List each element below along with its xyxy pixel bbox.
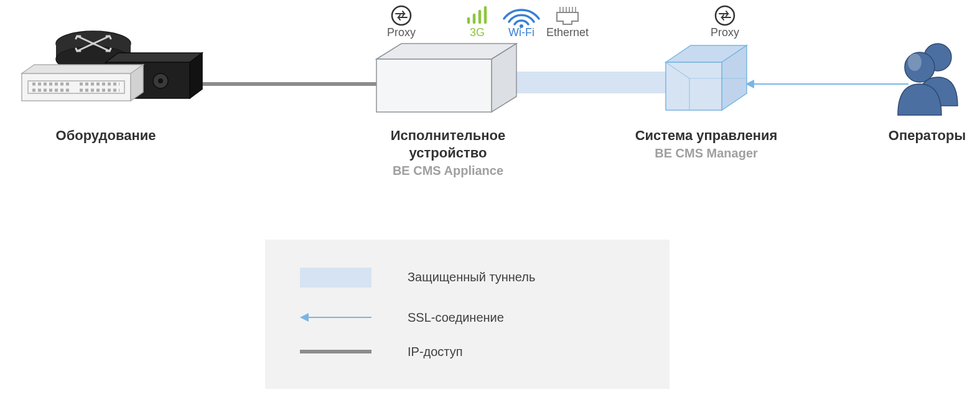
- threeg-icon: [469, 7, 485, 22]
- svg-point-33: [392, 6, 411, 25]
- proxy-right-icon: [716, 6, 734, 25]
- proxy-left-icon: [392, 6, 411, 25]
- ethernet-label: Ethernet: [546, 26, 589, 39]
- wifi-icon: [504, 10, 539, 28]
- proxy-right-label: Proxy: [711, 26, 739, 39]
- legend-ssl-label: SSL-соединение: [408, 311, 504, 324]
- svg-point-11: [158, 78, 163, 83]
- legend-ip-label: IP-доступ: [408, 345, 463, 358]
- operators-label: Операторы: [889, 128, 966, 143]
- proxy-left-label: Proxy: [387, 26, 416, 39]
- manager-cube: [666, 45, 747, 110]
- appliance-box: [376, 44, 516, 112]
- appliance-sub: BE CMS Appliance: [393, 164, 503, 177]
- equipment-label: Оборудование: [56, 128, 156, 143]
- appliance-label-1: Исполнительное: [391, 128, 506, 143]
- svg-point-32: [908, 54, 922, 71]
- appliance-label-2: устройство: [409, 145, 487, 161]
- manager-sub: BE CMS Manager: [655, 146, 758, 160]
- link-tunnel: [492, 72, 672, 93]
- svg-marker-8: [106, 53, 202, 62]
- svg-point-45: [716, 6, 734, 25]
- ethernet-icon: [557, 7, 578, 24]
- legend-tunnel-label: Защищенный туннель: [408, 270, 535, 284]
- wifi-label: Wi-Fi: [508, 26, 534, 39]
- svg-rect-26: [666, 62, 722, 110]
- manager-label: Система управления: [635, 128, 778, 143]
- equipment-icon: [22, 31, 202, 101]
- operators-icon: [898, 44, 958, 115]
- legend-tunnel-swatch: [300, 268, 371, 288]
- threeg-label: 3G: [470, 26, 485, 39]
- network-diagram: Оборудование Исполнительное устройство B…: [0, 0, 980, 407]
- svg-rect-13: [22, 73, 131, 101]
- svg-rect-23: [376, 59, 492, 112]
- svg-marker-14: [22, 65, 143, 73]
